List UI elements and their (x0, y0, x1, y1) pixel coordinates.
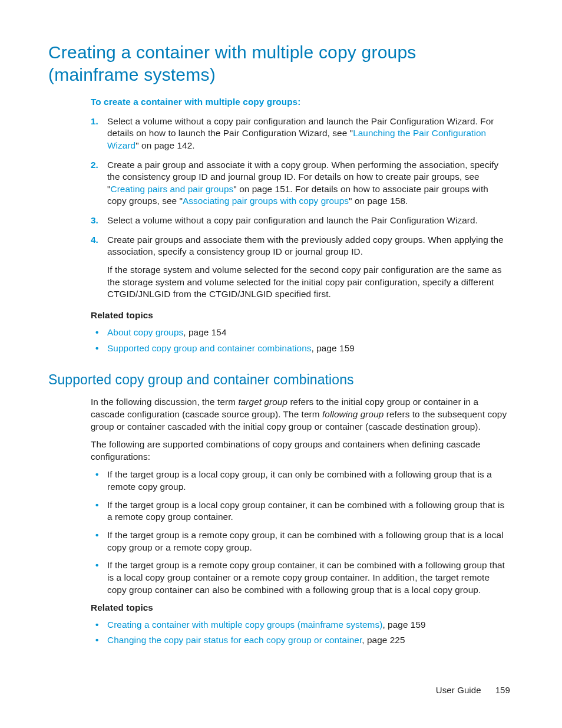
list-item: If the target group is a local copy grou… (91, 499, 510, 523)
related-item: Supported copy group and container combi… (91, 342, 510, 355)
step-note: If the storage system and volume selecte… (107, 264, 510, 301)
section-title: Creating a container with multiple copy … (48, 41, 510, 85)
step-1: Select a volume without a copy pair conf… (91, 116, 510, 152)
page-ref: , page 159 (382, 620, 425, 630)
related-topics-heading: Related topics (91, 602, 510, 614)
page-footer: User Guide159 (0, 684, 562, 696)
related-topics-list: About copy groups, page 154 Supported co… (91, 327, 510, 354)
list-item: If the target group is a local copy grou… (91, 469, 510, 493)
subsection-title: Supported copy group and container combi… (48, 371, 510, 389)
xref-creating-container[interactable]: Creating a container with multiple copy … (107, 620, 382, 630)
related-topics-heading: Related topics (91, 309, 510, 322)
xref-about-copy-groups[interactable]: About copy groups (107, 327, 183, 337)
body-paragraph: The following are supported combinations… (91, 439, 510, 463)
step-text: " on page 142. (135, 140, 194, 150)
related-item: Changing the copy pair status for each c… (91, 634, 510, 647)
procedure-intro: To create a container with multiple copy… (91, 96, 510, 108)
related-topics-list: Creating a container with multiple copy … (91, 619, 510, 647)
xref-changing-copy-pair-status[interactable]: Changing the copy pair status for each c… (107, 635, 362, 645)
xref-creating-pairs[interactable]: Creating pairs and pair groups (111, 184, 234, 194)
procedure-steps: Select a volume without a copy pair conf… (91, 116, 510, 301)
step-text: " on page 158. (349, 196, 408, 206)
related-item: Creating a container with multiple copy … (91, 619, 510, 631)
xref-associating-pair-groups[interactable]: Associating pair groups with copy groups (183, 196, 349, 206)
step-text: Select a volume without a copy pair conf… (107, 215, 478, 225)
page-number: 159 (495, 685, 510, 695)
step-3: Select a volume without a copy pair conf… (91, 215, 510, 227)
related-item: About copy groups, page 154 (91, 327, 510, 339)
page-ref: , page 225 (362, 635, 405, 645)
list-item: If the target group is a remote copy gro… (91, 559, 510, 596)
page-ref: , page 154 (183, 327, 226, 337)
term: following group (322, 409, 384, 419)
step-4: Create pair groups and associate them wi… (91, 234, 510, 301)
xref-supported-combinations[interactable]: Supported copy group and container combi… (107, 343, 312, 353)
step-text: Create pair groups and associate them wi… (107, 235, 504, 257)
text: In the following discussion, the term (91, 397, 238, 407)
doc-title: User Guide (436, 685, 481, 695)
term: target group (238, 397, 287, 407)
combination-list: If the target group is a local copy grou… (91, 469, 510, 596)
step-2: Create a pair group and associate it wit… (91, 159, 510, 208)
list-item: If the target group is a remote copy gro… (91, 529, 510, 554)
page-ref: , page 159 (312, 343, 355, 353)
body-paragraph: In the following discussion, the term ta… (91, 396, 510, 433)
